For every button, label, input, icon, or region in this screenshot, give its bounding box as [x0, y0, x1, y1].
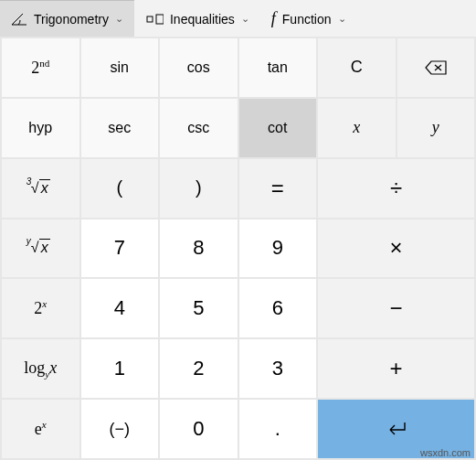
multiply-button[interactable]: ×	[318, 219, 474, 278]
digit-5-button[interactable]: 5	[160, 279, 238, 337]
menubar: Trigonometry ⌄ Inequalities ⌄ f Function…	[0, 0, 476, 37]
digit-2-button[interactable]: 2	[160, 339, 238, 398]
two-power-x-button[interactable]: 2x	[2, 279, 79, 337]
menu-label: Trigonometry	[34, 12, 109, 27]
menu-label: Inequalities	[170, 12, 235, 27]
digit-9-button[interactable]: 9	[239, 219, 317, 278]
e-power-x-button[interactable]: ex	[2, 400, 79, 458]
svg-rect-0	[147, 16, 153, 22]
tan-button[interactable]: tan	[239, 38, 317, 97]
function-icon: f	[271, 9, 276, 28]
open-paren-button[interactable]: (	[81, 159, 159, 218]
watermark: wsxdn.com	[420, 447, 471, 458]
nroot-button[interactable]: y√x	[2, 219, 79, 278]
backspace-icon	[425, 60, 447, 75]
menu-label: Function	[282, 12, 332, 27]
angle-icon	[11, 13, 27, 26]
digit-3-button[interactable]: 3	[239, 339, 317, 398]
negate-button[interactable]: (−)	[81, 400, 159, 458]
inequality-icon	[145, 13, 164, 26]
digit-4-button[interactable]: 4	[81, 279, 159, 337]
svg-rect-1	[156, 15, 164, 24]
cube-root-button[interactable]: 3√x	[2, 159, 79, 218]
equals-button[interactable]: =	[239, 159, 317, 218]
variable-x-button[interactable]: x	[318, 99, 396, 157]
sec-button[interactable]: sec	[81, 99, 159, 157]
hyp-button[interactable]: hyp	[2, 99, 79, 157]
minus-button[interactable]: −	[318, 279, 474, 337]
sin-button[interactable]: sin	[81, 38, 159, 97]
plus-button[interactable]: +	[318, 339, 474, 398]
chevron-down-icon: ⌄	[241, 13, 249, 25]
chevron-down-icon: ⌄	[115, 13, 123, 25]
enter-icon	[386, 422, 407, 436]
variable-y-button[interactable]: y	[397, 99, 475, 157]
decimal-button[interactable]: .	[239, 400, 317, 458]
digit-8-button[interactable]: 8	[160, 219, 238, 278]
backspace-button[interactable]	[397, 38, 475, 97]
log-base-y-button[interactable]: logyx	[2, 339, 79, 398]
divide-button[interactable]: ÷	[318, 159, 474, 218]
digit-7-button[interactable]: 7	[81, 219, 159, 278]
menu-function[interactable]: f Function ⌄	[260, 0, 357, 37]
keypad-grid: 2nd sin cos tan C hyp sec csc cot x y 3√…	[0, 37, 476, 460]
menu-inequalities[interactable]: Inequalities ⌄	[134, 0, 260, 37]
cot-button[interactable]: cot	[239, 99, 317, 157]
close-paren-button[interactable]: )	[160, 159, 238, 218]
clear-button[interactable]: C	[318, 38, 396, 97]
digit-1-button[interactable]: 1	[81, 339, 159, 398]
chevron-down-icon: ⌄	[338, 13, 346, 25]
second-function-button[interactable]: 2nd	[2, 38, 79, 97]
csc-button[interactable]: csc	[160, 99, 238, 157]
cos-button[interactable]: cos	[160, 38, 238, 97]
digit-6-button[interactable]: 6	[239, 279, 317, 337]
menu-trigonometry[interactable]: Trigonometry ⌄	[0, 0, 134, 37]
digit-0-button[interactable]: 0	[160, 400, 238, 458]
